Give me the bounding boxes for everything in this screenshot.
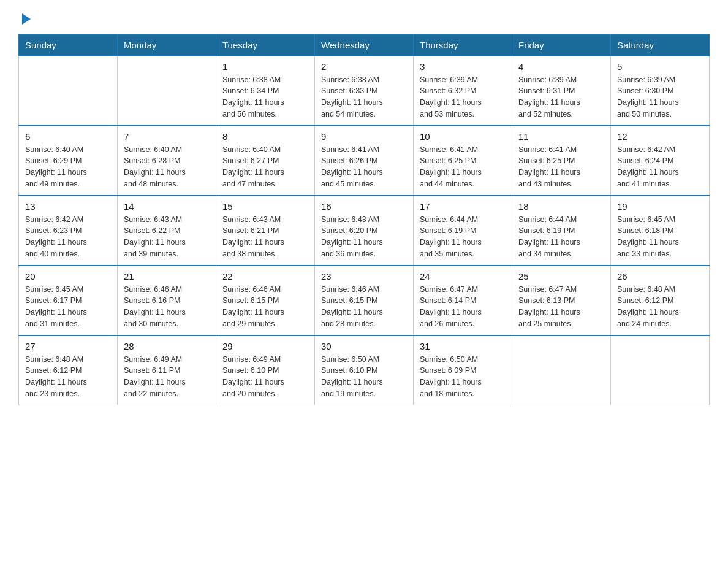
calendar-table: SundayMondayTuesdayWednesdayThursdayFrid… <box>18 34 710 405</box>
calendar-cell <box>118 56 216 126</box>
day-info: Sunrise: 6:43 AMSunset: 6:21 PMDaylight:… <box>222 214 308 260</box>
day-info: Sunrise: 6:42 AMSunset: 6:23 PMDaylight:… <box>25 214 111 260</box>
calendar-cell: 19Sunrise: 6:45 AMSunset: 6:18 PMDayligh… <box>611 196 710 266</box>
calendar-cell: 25Sunrise: 6:47 AMSunset: 6:13 PMDayligh… <box>512 266 611 335</box>
day-info: Sunrise: 6:39 AMSunset: 6:30 PMDaylight:… <box>617 74 703 120</box>
calendar-cell: 31Sunrise: 6:50 AMSunset: 6:09 PMDayligh… <box>414 335 512 405</box>
calendar-cell: 8Sunrise: 6:40 AMSunset: 6:27 PMDaylight… <box>216 126 315 196</box>
calendar-cell: 14Sunrise: 6:43 AMSunset: 6:22 PMDayligh… <box>118 196 216 266</box>
day-info: Sunrise: 6:40 AMSunset: 6:27 PMDaylight:… <box>222 144 308 190</box>
day-number: 18 <box>518 201 604 212</box>
day-number: 16 <box>321 201 407 212</box>
day-number: 13 <box>25 201 111 212</box>
day-number: 1 <box>222 61 308 72</box>
day-number: 28 <box>124 341 210 351</box>
calendar-cell: 16Sunrise: 6:43 AMSunset: 6:20 PMDayligh… <box>315 196 414 266</box>
calendar-week-4: 20Sunrise: 6:45 AMSunset: 6:17 PMDayligh… <box>19 266 710 335</box>
calendar-cell: 26Sunrise: 6:48 AMSunset: 6:12 PMDayligh… <box>611 266 710 335</box>
day-info: Sunrise: 6:48 AMSunset: 6:12 PMDaylight:… <box>617 284 703 330</box>
calendar-cell: 18Sunrise: 6:44 AMSunset: 6:19 PMDayligh… <box>512 196 611 266</box>
day-number: 5 <box>617 61 703 72</box>
day-number: 15 <box>222 201 308 212</box>
column-header-sunday: Sunday <box>19 35 118 56</box>
day-number: 17 <box>420 201 506 212</box>
calendar-cell <box>512 335 611 405</box>
day-number: 22 <box>222 271 308 282</box>
day-info: Sunrise: 6:38 AMSunset: 6:33 PMDaylight:… <box>321 74 407 120</box>
day-number: 21 <box>124 271 210 282</box>
calendar-cell: 28Sunrise: 6:49 AMSunset: 6:11 PMDayligh… <box>118 335 216 405</box>
calendar-cell: 2Sunrise: 6:38 AMSunset: 6:33 PMDaylight… <box>315 56 414 126</box>
calendar-cell: 5Sunrise: 6:39 AMSunset: 6:30 PMDaylight… <box>611 56 710 126</box>
calendar-header-row: SundayMondayTuesdayWednesdayThursdayFrid… <box>19 35 710 56</box>
day-number: 10 <box>420 131 506 142</box>
day-number: 25 <box>518 271 604 282</box>
day-number: 26 <box>617 271 703 282</box>
calendar-cell: 23Sunrise: 6:46 AMSunset: 6:15 PMDayligh… <box>315 266 414 335</box>
calendar-cell: 29Sunrise: 6:49 AMSunset: 6:10 PMDayligh… <box>216 335 315 405</box>
day-number: 19 <box>617 201 703 212</box>
day-number: 29 <box>222 341 308 351</box>
day-number: 20 <box>25 271 111 282</box>
day-info: Sunrise: 6:47 AMSunset: 6:14 PMDaylight:… <box>420 284 506 330</box>
calendar-cell: 22Sunrise: 6:46 AMSunset: 6:15 PMDayligh… <box>216 266 315 335</box>
column-header-thursday: Thursday <box>414 35 512 56</box>
day-info: Sunrise: 6:41 AMSunset: 6:25 PMDaylight:… <box>420 144 506 190</box>
calendar-cell: 3Sunrise: 6:39 AMSunset: 6:32 PMDaylight… <box>414 56 512 126</box>
day-info: Sunrise: 6:40 AMSunset: 6:28 PMDaylight:… <box>124 144 210 190</box>
day-number: 2 <box>321 61 407 72</box>
day-info: Sunrise: 6:40 AMSunset: 6:29 PMDaylight:… <box>25 144 111 190</box>
logo-arrow-icon <box>20 12 33 26</box>
column-header-tuesday: Tuesday <box>216 35 315 56</box>
calendar-week-3: 13Sunrise: 6:42 AMSunset: 6:23 PMDayligh… <box>19 196 710 266</box>
calendar-cell: 9Sunrise: 6:41 AMSunset: 6:26 PMDaylight… <box>315 126 414 196</box>
calendar-cell: 15Sunrise: 6:43 AMSunset: 6:21 PMDayligh… <box>216 196 315 266</box>
day-number: 3 <box>420 61 506 72</box>
day-number: 9 <box>321 131 407 142</box>
calendar-week-1: 1Sunrise: 6:38 AMSunset: 6:34 PMDaylight… <box>19 56 710 126</box>
calendar-cell: 24Sunrise: 6:47 AMSunset: 6:14 PMDayligh… <box>414 266 512 335</box>
calendar-week-5: 27Sunrise: 6:48 AMSunset: 6:12 PMDayligh… <box>19 335 710 405</box>
column-header-wednesday: Wednesday <box>315 35 414 56</box>
svg-marker-0 <box>22 13 31 25</box>
calendar-cell: 10Sunrise: 6:41 AMSunset: 6:25 PMDayligh… <box>414 126 512 196</box>
day-info: Sunrise: 6:41 AMSunset: 6:26 PMDaylight:… <box>321 144 407 190</box>
column-header-saturday: Saturday <box>611 35 710 56</box>
logo <box>18 12 33 25</box>
day-number: 7 <box>124 131 210 142</box>
calendar-cell: 11Sunrise: 6:41 AMSunset: 6:25 PMDayligh… <box>512 126 611 196</box>
day-number: 24 <box>420 271 506 282</box>
day-number: 11 <box>518 131 604 142</box>
column-header-friday: Friday <box>512 35 611 56</box>
day-number: 12 <box>617 131 703 142</box>
calendar-cell: 7Sunrise: 6:40 AMSunset: 6:28 PMDaylight… <box>118 126 216 196</box>
day-info: Sunrise: 6:49 AMSunset: 6:10 PMDaylight:… <box>222 354 308 400</box>
calendar-cell: 17Sunrise: 6:44 AMSunset: 6:19 PMDayligh… <box>414 196 512 266</box>
day-info: Sunrise: 6:49 AMSunset: 6:11 PMDaylight:… <box>124 354 210 400</box>
day-info: Sunrise: 6:50 AMSunset: 6:10 PMDaylight:… <box>321 354 407 400</box>
day-info: Sunrise: 6:46 AMSunset: 6:16 PMDaylight:… <box>124 284 210 330</box>
day-info: Sunrise: 6:43 AMSunset: 6:20 PMDaylight:… <box>321 214 407 260</box>
calendar-cell: 27Sunrise: 6:48 AMSunset: 6:12 PMDayligh… <box>19 335 118 405</box>
day-info: Sunrise: 6:45 AMSunset: 6:18 PMDaylight:… <box>617 214 703 260</box>
day-info: Sunrise: 6:43 AMSunset: 6:22 PMDaylight:… <box>124 214 210 260</box>
day-number: 4 <box>518 61 604 72</box>
day-info: Sunrise: 6:48 AMSunset: 6:12 PMDaylight:… <box>25 354 111 400</box>
column-header-monday: Monday <box>118 35 216 56</box>
day-number: 30 <box>321 341 407 351</box>
calendar-cell <box>611 335 710 405</box>
calendar-cell <box>19 56 118 126</box>
calendar-cell: 21Sunrise: 6:46 AMSunset: 6:16 PMDayligh… <box>118 266 216 335</box>
day-number: 27 <box>25 341 111 351</box>
day-info: Sunrise: 6:50 AMSunset: 6:09 PMDaylight:… <box>420 354 506 400</box>
day-info: Sunrise: 6:44 AMSunset: 6:19 PMDaylight:… <box>518 214 604 260</box>
day-info: Sunrise: 6:47 AMSunset: 6:13 PMDaylight:… <box>518 284 604 330</box>
calendar-cell: 30Sunrise: 6:50 AMSunset: 6:10 PMDayligh… <box>315 335 414 405</box>
day-info: Sunrise: 6:42 AMSunset: 6:24 PMDaylight:… <box>617 144 703 190</box>
day-info: Sunrise: 6:39 AMSunset: 6:32 PMDaylight:… <box>420 74 506 120</box>
day-number: 14 <box>124 201 210 212</box>
day-info: Sunrise: 6:45 AMSunset: 6:17 PMDaylight:… <box>25 284 111 330</box>
day-number: 23 <box>321 271 407 282</box>
calendar-cell: 13Sunrise: 6:42 AMSunset: 6:23 PMDayligh… <box>19 196 118 266</box>
calendar-cell: 4Sunrise: 6:39 AMSunset: 6:31 PMDaylight… <box>512 56 611 126</box>
